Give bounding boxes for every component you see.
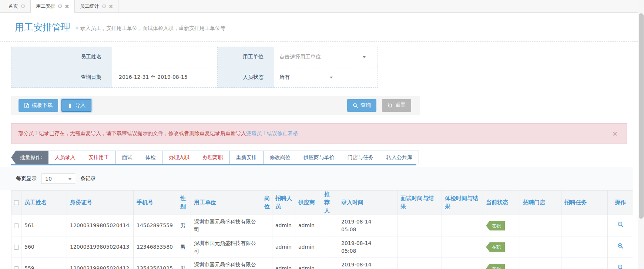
cell-id-number: 120003199805020413 (67, 236, 134, 258)
close-icon[interactable]: × (65, 4, 69, 9)
batch-tab-rearrange[interactable]: 重新安排 (229, 151, 264, 164)
reset-button[interactable]: 重置 (382, 99, 411, 112)
zoom-in-icon[interactable] (617, 264, 624, 269)
cell-entry-time: 2019-08-14 05:08 (338, 258, 398, 269)
import-button[interactable]: 导入 (61, 99, 91, 112)
select-all-checkbox[interactable] (14, 200, 19, 205)
col-header-employee-name: 员工姓名 (21, 191, 67, 215)
col-header-recruiter: 招聘人员 (272, 191, 295, 215)
batch-tab-store-task[interactable]: 门店与任务 (341, 151, 380, 164)
entry-date: 2019-08-14 (341, 261, 394, 269)
tab-home[interactable]: 首页 (3, 0, 31, 12)
cell-recruit-task (561, 215, 608, 236)
table-row: 561 120003199805020414 14562897559 男 深圳市… (11, 215, 633, 236)
employer-dropdown[interactable]: 点击选择用工单位 (274, 47, 378, 67)
page-size-value: 10 (45, 176, 52, 182)
cell-recruit-store (520, 236, 561, 258)
cell-post (261, 215, 272, 236)
batch-tab-arrange-employment[interactable]: 安排用工 (82, 151, 116, 164)
batch-tab-public-pool[interactable]: 转入公共库 (380, 151, 419, 164)
batch-tab-modify-post[interactable]: 修改岗位 (263, 151, 297, 164)
cell-gender: 男 (177, 258, 191, 269)
col-header-gender: 性别 (177, 191, 191, 215)
search-button[interactable]: 查询 (347, 99, 376, 112)
table-row: 559 120003199805020412 13543561025 男 深圳市… (11, 258, 633, 269)
batch-tabs-underline (11, 164, 416, 165)
reset-label: 重置 (395, 102, 406, 109)
batch-tab-interview[interactable]: 面试 (115, 151, 139, 164)
cell-interview-result (398, 258, 442, 269)
status-badge: 在职 (486, 221, 505, 231)
cell-recruiter: admin (272, 236, 295, 258)
query-date-label: 查询日期 (11, 67, 112, 88)
batch-tab-onboarding[interactable]: 办理入职 (162, 151, 196, 164)
cell-current-status: 在职 (483, 258, 520, 269)
cell-interview-result (398, 215, 442, 236)
page-size-bar: 每页显示 10 条记录 (0, 167, 633, 190)
alert-message: 部分员工记录已存在，无需重复导入，请下载带错误提示的文件，修改或者删除重复记录后… (18, 130, 246, 137)
close-icon[interactable]: × (612, 130, 618, 137)
refresh-icon[interactable] (58, 4, 62, 9)
row-checkbox[interactable] (14, 266, 19, 269)
tab-home-label: 首页 (9, 3, 18, 10)
table-header-row: 员工姓名 身份证号 手机号 性别 用工单位 岗位 招聘人员 供应商 推荐人 录入… (11, 191, 633, 215)
cell-physical-result (442, 236, 483, 258)
page-subtitle: » 录入员工，安排用工单位，面试体检入职，重新安排用工单位等 (76, 25, 225, 32)
tab-employee-statistics[interactable]: 员工统计 × (75, 0, 119, 12)
cell-physical-result (442, 258, 483, 269)
cell-supplier: admin (295, 215, 321, 236)
employer-label: 用工单位 (218, 47, 274, 67)
batch-operations-bar: 批量操作: 人员录入 安排用工 面试 体检 办理入职 办理离职 重新安排 修改岗… (11, 151, 419, 164)
chevron-down-icon (68, 178, 71, 180)
chevron-down-icon (330, 77, 333, 78)
status-badge: 在职 (486, 264, 505, 269)
cell-gender: 男 (177, 236, 191, 258)
cell-actions (608, 215, 633, 236)
search-icon (353, 103, 358, 108)
cell-recruit-task (561, 236, 608, 258)
upload-arrow-icon (67, 103, 73, 108)
batch-tab-physical-exam[interactable]: 体检 (139, 151, 162, 164)
date-range-input[interactable] (119, 69, 212, 85)
tab-employment-arrangement[interactable]: 用工安排 × (31, 0, 75, 13)
cell-employee-name: 560 (21, 236, 67, 258)
chevron-down-icon (363, 56, 366, 58)
row-checkbox[interactable] (14, 223, 19, 228)
error-file-link[interactable]: 派遣员工错误修正表格 (246, 130, 298, 137)
page-size-prefix: 每页显示 (16, 175, 37, 182)
table-row: 560 120003199805020413 12346853580 男 深圳市… (11, 236, 633, 258)
col-header-current-status: 当前状态 (483, 191, 520, 215)
batch-tab-resignation[interactable]: 办理离职 (196, 151, 230, 164)
cell-current-status: 在职 (483, 215, 520, 236)
refresh-icon[interactable] (21, 4, 25, 9)
scrollbar-thumb[interactable] (639, 13, 644, 219)
batch-tab-supplier-price[interactable]: 供应商与单价 (297, 151, 341, 164)
toolbar: 模板下载 导入 查询 重置 (11, 96, 420, 115)
batch-tab-personnel-entry[interactable]: 人员录入 (48, 151, 82, 164)
vertical-scrollbar[interactable] (638, 0, 644, 269)
employee-name-label: 员工姓名 (11, 47, 112, 67)
zoom-in-icon[interactable] (617, 221, 624, 228)
cell-post (261, 236, 272, 258)
employee-name-input[interactable] (117, 49, 212, 65)
page-header: 用工安排管理 » 录入员工，安排用工单位，面试体检入职，重新安排用工单位等 (0, 13, 644, 42)
cell-entry-time: 2019-08-14 05:08 (338, 215, 398, 236)
person-status-select[interactable]: 所有 (274, 67, 378, 88)
person-status-value: 所有 (279, 74, 290, 81)
entry-clock: 05:08 (341, 226, 394, 233)
template-download-button[interactable]: 模板下载 (19, 99, 58, 112)
col-header-physical-result: 体检时间与结果 (442, 191, 483, 215)
duplicate-import-alert: 部分员工记录已存在，无需重复导入，请下载带错误提示的文件，修改或者删除重复记录后… (11, 123, 627, 144)
cell-referrer (321, 236, 338, 258)
import-label: 导入 (75, 102, 85, 109)
batch-operations-label: 批量操作: (11, 151, 48, 164)
employer-placeholder: 点击选择用工单位 (279, 54, 321, 60)
row-checkbox[interactable] (14, 245, 19, 250)
close-icon[interactable]: × (109, 4, 113, 9)
cell-recruit-store (520, 258, 561, 269)
zoom-in-icon[interactable] (617, 243, 624, 249)
refresh-icon[interactable] (102, 4, 106, 9)
cell-phone: 12346853580 (134, 236, 177, 258)
page-size-select[interactable]: 10 (41, 174, 75, 184)
entry-clock: 05:08 (341, 247, 394, 255)
